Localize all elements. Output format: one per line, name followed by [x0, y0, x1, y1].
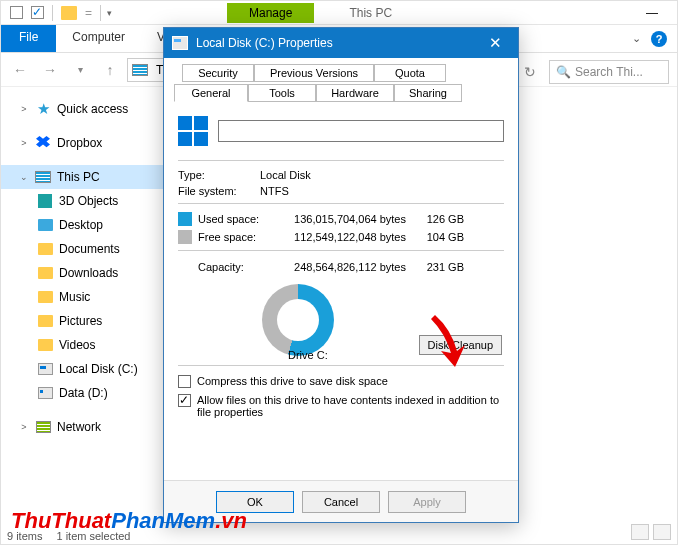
- navigation-tree[interactable]: >★ Quick access > Dropbox ⌄ This PC 3D O…: [1, 87, 173, 527]
- status-items: 9 items: [7, 530, 42, 542]
- compress-label: Compress this drive to save disk space: [197, 375, 388, 387]
- cancel-button[interactable]: Cancel: [302, 491, 380, 513]
- equals-icon: =: [85, 6, 92, 20]
- tree-label: Music: [59, 290, 90, 304]
- tree-dropbox[interactable]: > Dropbox: [1, 131, 172, 155]
- folder-icon[interactable]: [61, 6, 77, 20]
- close-button[interactable]: ✕: [480, 34, 510, 52]
- capacity-bytes: 248,564,826,112 bytes: [270, 261, 406, 273]
- refresh-button[interactable]: ↻: [517, 59, 543, 85]
- tree-label: Desktop: [59, 218, 103, 232]
- tree-label: Quick access: [57, 102, 128, 116]
- tree-label: This PC: [57, 170, 100, 184]
- tree-label: Documents: [59, 242, 120, 256]
- view-mode-buttons: [631, 524, 671, 540]
- tree-this-pc[interactable]: ⌄ This PC: [1, 165, 172, 189]
- tree-label: Videos: [59, 338, 95, 352]
- allow-index-label: Allow files on this drive to have conten…: [197, 394, 504, 418]
- back-button[interactable]: ←: [7, 57, 33, 83]
- drive-name-input[interactable]: [218, 120, 504, 142]
- manage-contextual-tab[interactable]: Manage: [227, 3, 314, 23]
- tree-data-d[interactable]: Data (D:): [1, 381, 172, 405]
- tree-local-disk-c[interactable]: Local Disk (C:): [1, 357, 172, 381]
- dialog-titlebar[interactable]: Local Disk (C:) Properties ✕: [164, 28, 518, 58]
- search-placeholder: Search Thi...: [575, 65, 643, 79]
- tree-label: Pictures: [59, 314, 102, 328]
- capacity-label: Capacity:: [178, 261, 270, 273]
- computer-tab[interactable]: Computer: [56, 25, 141, 52]
- tree-quick-access[interactable]: >★ Quick access: [1, 97, 172, 121]
- allow-index-checkbox[interactable]: [178, 394, 191, 407]
- help-icon[interactable]: ?: [651, 31, 667, 47]
- this-pc-icon: [132, 64, 148, 76]
- tree-label: 3D Objects: [59, 194, 118, 208]
- free-swatch: [178, 230, 192, 244]
- tree-label: Data (D:): [59, 386, 108, 400]
- desktop-icon: [38, 219, 53, 231]
- 3d-objects-icon: [38, 194, 52, 208]
- forward-button[interactable]: →: [37, 57, 63, 83]
- tab-quota[interactable]: Quota: [374, 64, 446, 82]
- apply-button[interactable]: Apply: [388, 491, 466, 513]
- used-gb: 126 GB: [406, 213, 464, 225]
- tree-pictures[interactable]: Pictures: [1, 309, 172, 333]
- dialog-tabs: Security Previous Versions Quota General…: [174, 64, 508, 106]
- tree-music[interactable]: Music: [1, 285, 172, 309]
- dialog-title: Local Disk (C:) Properties: [196, 36, 333, 50]
- downloads-icon: [38, 267, 53, 279]
- large-icons-view-button[interactable]: [653, 524, 671, 540]
- tab-previous-versions[interactable]: Previous Versions: [254, 64, 374, 82]
- documents-icon: [38, 243, 53, 255]
- compress-checkbox[interactable]: [178, 375, 191, 388]
- collapse-ribbon-icon[interactable]: ⌄: [632, 32, 641, 45]
- tree-network[interactable]: > Network: [1, 415, 172, 439]
- videos-icon: [38, 339, 53, 351]
- tree-documents[interactable]: Documents: [1, 237, 172, 261]
- music-icon: [38, 291, 53, 303]
- qat-checkbox-2[interactable]: [31, 6, 44, 19]
- dropbox-icon: [36, 136, 50, 150]
- search-input[interactable]: 🔍 Search Thi...: [549, 60, 669, 84]
- details-view-button[interactable]: [631, 524, 649, 540]
- fs-value: NTFS: [260, 185, 289, 197]
- history-dropdown[interactable]: ▾: [67, 57, 93, 83]
- free-bytes: 112,549,122,048 bytes: [270, 231, 406, 243]
- file-tab[interactable]: File: [1, 25, 56, 52]
- qat-checkbox-1[interactable]: [10, 6, 23, 19]
- pictures-icon: [38, 315, 53, 327]
- tree-desktop[interactable]: Desktop: [1, 213, 172, 237]
- up-button[interactable]: ↑: [97, 57, 123, 83]
- minimize-button[interactable]: —: [632, 2, 672, 24]
- status-bar: 9 items 1 item selected: [7, 530, 130, 542]
- capacity-pie-chart: [262, 284, 334, 356]
- tab-general[interactable]: General: [174, 84, 248, 102]
- network-icon: [36, 421, 51, 433]
- tab-sharing[interactable]: Sharing: [394, 84, 462, 102]
- windows-logo-icon: [178, 116, 208, 146]
- used-label: Used space:: [198, 213, 270, 225]
- status-selected: 1 item selected: [56, 530, 130, 542]
- window-title: This PC: [349, 6, 392, 20]
- tree-label: Dropbox: [57, 136, 102, 150]
- drive-c-icon: [38, 363, 53, 375]
- drive-c-label: Drive C:: [288, 349, 328, 361]
- tab-panel-general: Type:Local Disk File system:NTFS Used sp…: [174, 106, 508, 421]
- dropdown-caret-icon[interactable]: ▾: [107, 8, 112, 18]
- tab-hardware[interactable]: Hardware: [316, 84, 394, 102]
- disk-cleanup-button[interactable]: Disk Cleanup: [419, 335, 502, 355]
- type-value: Local Disk: [260, 169, 311, 181]
- fs-label: File system:: [178, 185, 260, 197]
- free-label: Free space:: [198, 231, 270, 243]
- drive-d-icon: [38, 387, 53, 399]
- tree-label: Local Disk (C:): [59, 362, 138, 376]
- used-swatch: [178, 212, 192, 226]
- this-pc-icon: [35, 171, 51, 183]
- free-gb: 104 GB: [406, 231, 464, 243]
- tree-downloads[interactable]: Downloads: [1, 261, 172, 285]
- tab-tools[interactable]: Tools: [248, 84, 316, 102]
- tree-3d-objects[interactable]: 3D Objects: [1, 189, 172, 213]
- divider: [100, 5, 101, 21]
- quick-access-toolbar: = ▾ Manage This PC —: [1, 1, 677, 25]
- tab-security[interactable]: Security: [182, 64, 254, 82]
- tree-videos[interactable]: Videos: [1, 333, 172, 357]
